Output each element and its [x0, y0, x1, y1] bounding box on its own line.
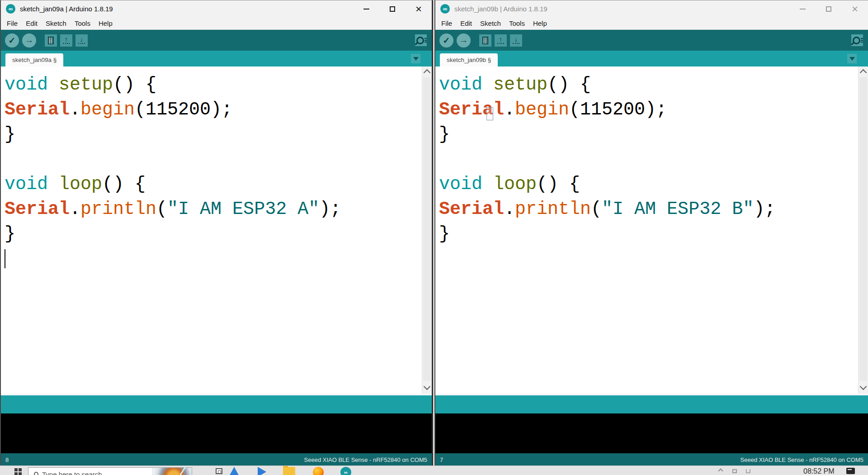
- window-title: sketch_jan09a | Arduino 1.8.19: [20, 5, 113, 13]
- chevron-down-icon: [413, 57, 419, 61]
- text-caret: [5, 249, 5, 268]
- code-line: Serial.begin(115200);: [5, 97, 421, 122]
- file-explorer-icon[interactable]: [283, 467, 295, 475]
- sketch-tab-label: sketch_jan09b §: [447, 57, 491, 63]
- scroll-down-arrow-icon[interactable]: [424, 383, 431, 390]
- menu-item-edit[interactable]: Edit: [22, 19, 42, 27]
- code-line: }: [439, 122, 857, 147]
- blue-app-icon[interactable]: [229, 467, 240, 475]
- document-icon: [482, 37, 488, 44]
- close-button[interactable]: ×: [842, 0, 868, 17]
- save-button[interactable]: ↓: [510, 34, 522, 47]
- scroll-up-arrow-icon[interactable]: [860, 69, 867, 76]
- menu-item-sketch[interactable]: Sketch: [42, 19, 71, 27]
- code-line: Serial.println("I AM ESP32 A");: [5, 197, 421, 222]
- code-line: }: [5, 222, 421, 247]
- status-bar: [1, 394, 432, 413]
- new-sketch-button[interactable]: [45, 34, 57, 47]
- serial-monitor-button[interactable]: [851, 34, 863, 46]
- open-button[interactable]: ↑: [495, 34, 507, 47]
- search-icon: [34, 472, 38, 475]
- mouse-ibeam-cursor: [486, 107, 493, 120]
- editor-scrollbar[interactable]: [858, 66, 868, 394]
- taskbar-search-input[interactable]: Type here to search: [28, 467, 192, 475]
- sketch-tab[interactable]: sketch_jan09a §: [5, 53, 63, 66]
- code-line: [5, 147, 421, 172]
- titlebar[interactable]: ∞ sketch_jan09a | Arduino 1.8.19 ×: [1, 0, 432, 17]
- menu-item-tools[interactable]: Tools: [505, 19, 529, 27]
- arduino-logo-icon: ∞: [440, 4, 450, 14]
- code-text: void setup() {Serial.begin(115200);}void…: [439, 72, 857, 247]
- media-player-icon[interactable]: [258, 467, 266, 475]
- upload-button[interactable]: →: [457, 33, 471, 48]
- arduino-logo-icon: ∞: [6, 4, 15, 14]
- toolbar: ✓ → ↑ ↓: [1, 30, 432, 51]
- notification-center-icon[interactable]: [846, 468, 855, 474]
- arduino-taskbar-icon[interactable]: ∞: [340, 467, 351, 475]
- menubar: FileEditSketchToolsHelp: [1, 17, 432, 30]
- save-button[interactable]: ↓: [75, 34, 88, 47]
- status-bar: [435, 394, 868, 413]
- toolbar: ✓ → ↑ ↓: [435, 30, 868, 51]
- tab-list-dropdown-button[interactable]: [411, 54, 420, 63]
- code-line: }: [439, 222, 857, 247]
- maximize-button[interactable]: [379, 0, 406, 17]
- document-icon: [48, 37, 54, 44]
- current-line-number: 7: [440, 456, 443, 463]
- code-line: [439, 147, 857, 172]
- tray-icon[interactable]: [732, 469, 737, 473]
- titlebar[interactable]: ∞ sketch_jan09b | Arduino 1.8.19 ×: [435, 0, 868, 17]
- menu-item-sketch[interactable]: Sketch: [476, 19, 505, 27]
- verify-button[interactable]: ✓: [5, 33, 19, 48]
- code-line: void setup() {: [439, 72, 857, 97]
- open-button[interactable]: ↑: [60, 34, 72, 47]
- code-line: void loop() {: [5, 172, 421, 197]
- upload-button[interactable]: →: [22, 33, 36, 48]
- current-line-number: 8: [5, 456, 9, 463]
- chevron-down-icon: [849, 57, 855, 61]
- menu-item-file[interactable]: File: [3, 19, 22, 27]
- verify-button[interactable]: ✓: [439, 33, 453, 48]
- menu-item-edit[interactable]: Edit: [456, 19, 476, 27]
- minimize-button[interactable]: [353, 0, 379, 17]
- serial-monitor-button[interactable]: [415, 34, 427, 46]
- menu-item-tools[interactable]: Tools: [71, 19, 94, 27]
- code-editor[interactable]: void setup() {Serial.begin(115200);}void…: [435, 66, 868, 394]
- tray-expand-icon[interactable]: [718, 468, 723, 473]
- taskbar-clock[interactable]: 08:52 PM: [803, 467, 834, 475]
- scroll-up-arrow-icon[interactable]: [424, 69, 431, 76]
- menu-item-help[interactable]: Help: [94, 19, 117, 27]
- code-text: void setup() {Serial.begin(115200);}void…: [5, 72, 421, 271]
- tray-icon[interactable]: [746, 469, 750, 473]
- minimize-button[interactable]: [789, 0, 816, 17]
- code-line: Serial.begin(115200);: [439, 97, 857, 122]
- sketch-tab[interactable]: sketch_jan09b §: [440, 53, 498, 66]
- firefox-icon[interactable]: [313, 467, 324, 475]
- close-button[interactable]: ×: [406, 0, 432, 17]
- down-arrow-icon: ↓: [514, 37, 518, 42]
- arduino-ide-window: ∞ sketch_jan09a | Arduino 1.8.19 × FileE…: [0, 0, 433, 466]
- search-placeholder-text: Type here to search: [42, 470, 102, 475]
- magnifier-icon: [416, 37, 424, 44]
- console-output: [1, 413, 432, 453]
- code-line: void setup() {: [5, 72, 421, 97]
- menu-item-help[interactable]: Help: [529, 19, 551, 27]
- tab-bar: sketch_jan09b §: [435, 51, 868, 66]
- down-arrow-icon: ↓: [80, 37, 84, 42]
- scrollbar-thumb[interactable]: [423, 77, 431, 381]
- tab-list-dropdown-button[interactable]: [847, 54, 857, 63]
- scroll-down-arrow-icon[interactable]: [860, 383, 867, 390]
- maximize-button[interactable]: [816, 0, 842, 17]
- task-view-button[interactable]: [216, 468, 222, 474]
- scrollbar-thumb[interactable]: [859, 77, 867, 381]
- menu-item-file[interactable]: File: [437, 19, 456, 27]
- start-button[interactable]: [14, 468, 22, 475]
- editor-scrollbar[interactable]: [422, 66, 432, 394]
- search-highlight-image: [152, 468, 192, 475]
- magnifier-icon: [853, 37, 860, 44]
- line-status-bar: 7 Seeed XIAO BLE Sense - nRF52840 on COM…: [435, 453, 868, 466]
- code-editor[interactable]: void setup() {Serial.begin(115200);}void…: [1, 66, 432, 394]
- board-port-status: Seeed XIAO BLE Sense - nRF52840 on COM5: [304, 456, 427, 463]
- code-line: void loop() {: [439, 172, 857, 197]
- new-sketch-button[interactable]: [479, 34, 491, 47]
